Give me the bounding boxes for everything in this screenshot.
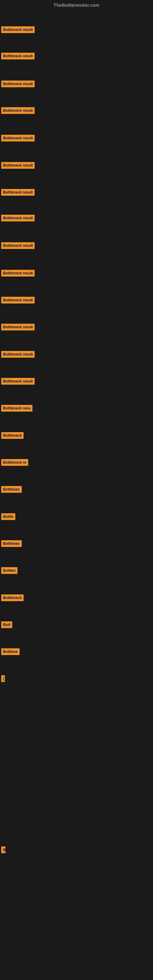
bottleneck-badge-16[interactable]: Bottleneck (1, 432, 24, 439)
bottleneck-badge-25[interactable]: | (1, 675, 5, 682)
bottleneck-badge-14[interactable]: Bottleneck result (1, 378, 35, 385)
bottleneck-badge-26[interactable]: B (1, 846, 5, 853)
bottleneck-badge-17[interactable]: Bottleneck re (1, 459, 28, 466)
bottleneck-badge-9[interactable]: Bottleneck result (1, 242, 35, 249)
bottleneck-row-1: Bottleneck result (0, 26, 35, 33)
bottleneck-badge-18[interactable]: Bottlenec (1, 486, 22, 493)
bottleneck-row-10: Bottleneck result (0, 270, 35, 277)
site-title: TheBottlenecker.com (0, 0, 153, 9)
bottleneck-row-15: Bottleneck resu (0, 405, 32, 412)
bottleneck-row-26: B (0, 846, 5, 853)
bottleneck-badge-2[interactable]: Bottleneck result (1, 52, 35, 59)
bottleneck-badge-11[interactable]: Bottleneck result (1, 297, 35, 304)
bottleneck-row-16: Bottleneck (0, 432, 24, 439)
bottleneck-badge-4[interactable]: Bottleneck result (1, 107, 35, 114)
bottleneck-badge-24[interactable]: Bottlene (1, 648, 19, 655)
bottleneck-badge-19[interactable]: Bottle (1, 513, 15, 520)
bottleneck-row-19: Bottle (0, 513, 15, 520)
bottleneck-row-13: Bottleneck result (0, 351, 35, 358)
bottleneck-row-17: Bottleneck re (0, 459, 28, 466)
bottleneck-row-8: Bottleneck result (0, 215, 35, 221)
bottleneck-row-20: Bottlenec (0, 540, 22, 547)
bottleneck-row-5: Bottleneck result (0, 135, 35, 142)
bottleneck-badge-3[interactable]: Bottleneck result (1, 81, 35, 87)
bottleneck-badge-10[interactable]: Bottleneck result (1, 270, 35, 277)
bottleneck-row-2: Bottleneck result (0, 52, 35, 59)
bottleneck-badge-22[interactable]: Bottleneck (1, 595, 24, 601)
bottleneck-badge-15[interactable]: Bottleneck resu (1, 405, 32, 412)
bottleneck-row-18: Bottlenec (0, 486, 22, 493)
bottleneck-row-11: Bottleneck result (0, 297, 35, 304)
bottleneck-badge-23[interactable]: Bott (1, 621, 12, 628)
bottleneck-row-12: Bottleneck result (0, 324, 35, 331)
bottleneck-badge-20[interactable]: Bottlenec (1, 540, 22, 547)
bottleneck-badge-7[interactable]: Bottleneck result (1, 189, 35, 196)
bottleneck-row-24: Bottlene (0, 648, 19, 655)
bottleneck-row-6: Bottleneck result (0, 162, 35, 169)
bottleneck-row-14: Bottleneck result (0, 378, 35, 385)
bottleneck-row-22: Bottleneck (0, 595, 24, 601)
bottleneck-row-4: Bottleneck result (0, 107, 35, 114)
bottleneck-badge-8[interactable]: Bottleneck result (1, 215, 35, 221)
bottleneck-badge-21[interactable]: Bottlen (1, 567, 18, 574)
bottleneck-row-3: Bottleneck result (0, 81, 35, 87)
bottleneck-row-25: | (0, 675, 5, 682)
bottleneck-badge-6[interactable]: Bottleneck result (1, 162, 35, 169)
bottleneck-badge-12[interactable]: Bottleneck result (1, 324, 35, 331)
bottleneck-badge-5[interactable]: Bottleneck result (1, 135, 35, 142)
bottleneck-row-21: Bottlen (0, 567, 18, 574)
bottleneck-badge-13[interactable]: Bottleneck result (1, 351, 35, 358)
bottleneck-badge-1[interactable]: Bottleneck result (1, 26, 35, 33)
bottleneck-row-9: Bottleneck result (0, 242, 35, 249)
bottleneck-row-23: Bott (0, 621, 12, 628)
bottleneck-row-7: Bottleneck result (0, 189, 35, 196)
